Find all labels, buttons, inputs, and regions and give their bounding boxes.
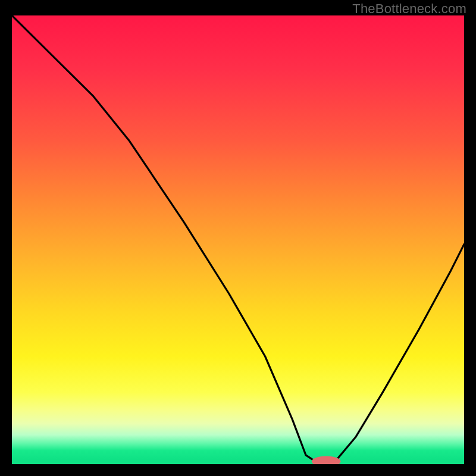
curve-layer — [12, 15, 464, 464]
watermark-text: TheBottleneck.com — [352, 1, 466, 17]
plot-area — [12, 15, 464, 464]
chart-frame: TheBottleneck.com — [0, 0, 476, 476]
optimal-marker — [312, 456, 341, 465]
bottleneck-curve — [12, 15, 464, 464]
